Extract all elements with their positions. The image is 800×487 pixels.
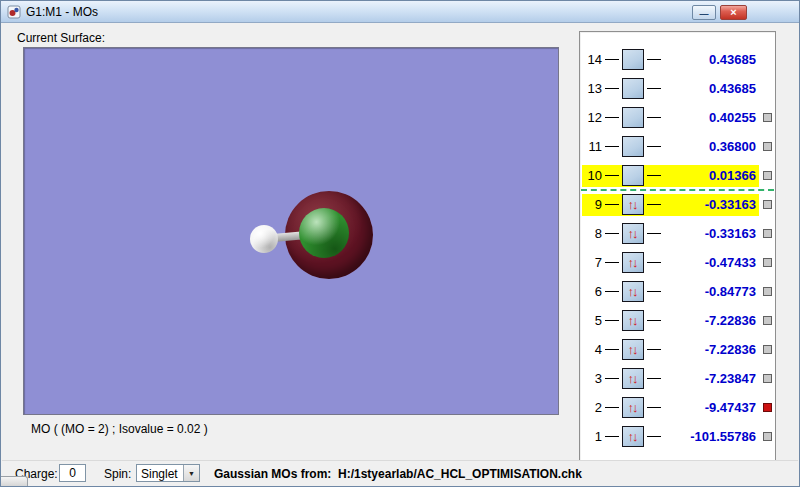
occupied-orbital-box-icon[interactable]: ↑↓ [622,426,644,447]
mo-row-content: 2↑↓-9.47437 [582,397,759,419]
mo-row-14[interactable]: 140.43685 [580,45,775,74]
occupied-orbital-box-icon[interactable]: ↑↓ [622,194,644,215]
electron-pair-arrows-icon: ↑↓ [628,430,637,443]
energy-level-line-left [605,320,619,321]
energy-level-line-right [647,88,661,89]
energy-level-line-right [647,175,661,176]
mo-index-label: 2 [582,400,602,415]
mo-energy-value: -7.23847 [664,371,759,386]
spin-select[interactable]: Singlet ▼ [136,464,200,482]
mo-row-11[interactable]: 110.36800 [580,132,775,161]
mo-select-checkbox[interactable] [763,287,772,296]
energy-level-line-right [647,436,661,437]
mo-row-5[interactable]: 5↑↓-7.22836 [580,306,775,335]
energy-level-line-right [647,146,661,147]
mo-index-label: 10 [582,168,602,183]
occupied-orbital-box-icon[interactable]: ↑↓ [622,223,644,244]
energy-level-line-right [647,320,661,321]
mo-row-content: 5↑↓-7.22836 [582,310,759,332]
mo-select-checkbox[interactable] [763,432,772,441]
mo-select-checkbox[interactable] [763,316,772,325]
mo-row-content-highlighted: 100.01366 [582,165,759,187]
mo-energy-value: -7.22836 [664,342,759,357]
mo-row-13[interactable]: 130.43685 [580,74,775,103]
close-icon: × [730,7,736,18]
mo-select-checkbox[interactable] [763,403,772,412]
mo-row-10[interactable]: 100.01366 [580,161,775,190]
minimize-button[interactable]: — [692,5,716,20]
occupied-orbital-box-icon[interactable]: ↑↓ [622,252,644,273]
mo-row-1[interactable]: 1↑↓-101.55786 [580,422,775,451]
mo-row-12[interactable]: 120.40255 [580,103,775,132]
spin-dropdown-button[interactable]: ▼ [183,465,199,481]
mo-row-content: 4↑↓-7.22836 [582,339,759,361]
energy-level-line-left [605,378,619,379]
energy-level-line-left [605,204,619,205]
mo-energy-value: -0.84773 [664,284,759,299]
mo-row-content: 3↑↓-7.23847 [582,368,759,390]
mo-row-7[interactable]: 7↑↓-0.47433 [580,248,775,277]
electron-pair-arrows-icon: ↑↓ [628,372,637,385]
energy-level-line-left [605,175,619,176]
occupied-orbital-box-icon[interactable]: ↑↓ [622,397,644,418]
mo-row-content: 8↑↓-0.33163 [582,223,759,245]
electron-pair-arrows-icon: ↑↓ [628,401,637,414]
energy-level-line-left [605,407,619,408]
title-bar[interactable]: G1:M1 - MOs — × [1,1,799,23]
mo-row-4[interactable]: 4↑↓-7.22836 [580,335,775,364]
occupied-orbital-box-icon[interactable]: ↑↓ [622,281,644,302]
mo-row-3[interactable]: 3↑↓-7.23847 [580,364,775,393]
charge-input[interactable] [59,464,86,482]
mo-select-checkbox[interactable] [763,345,772,354]
mo-row-content-highlighted: 9↑↓-0.33163 [582,194,759,216]
mos-window: G1:M1 - MOs — × Current Surface: MO ( (M… [0,0,800,487]
mo-index-label: 12 [582,110,602,125]
virtual-orbital-box-icon[interactable] [622,49,644,70]
electron-pair-arrows-icon: ↑↓ [628,198,637,211]
mo-energy-list[interactable]: 140.43685130.43685120.40255110.36800100.… [579,31,776,461]
energy-level-line-right [647,349,661,350]
energy-level-line-left [605,262,619,263]
mo-select-checkbox[interactable] [763,258,772,267]
mo-select-checkbox[interactable] [763,374,772,383]
electron-pair-arrows-icon: ↑↓ [628,314,637,327]
mo-index-label: 14 [582,52,602,67]
mo-select-checkbox[interactable] [763,171,772,180]
virtual-orbital-box-icon[interactable] [622,78,644,99]
virtual-orbital-box-icon[interactable] [622,136,644,157]
close-button[interactable]: × [720,5,747,20]
mo-row-2[interactable]: 2↑↓-9.47437 [580,393,775,422]
mo-select-checkbox[interactable] [763,229,772,238]
mo-energy-value: 0.40255 [664,110,759,125]
mo-index-label: 7 [582,255,602,270]
mo-row-6[interactable]: 6↑↓-0.84773 [580,277,775,306]
occupied-orbital-box-icon[interactable]: ↑↓ [622,310,644,331]
mo-select-checkbox[interactable] [763,200,772,209]
window-title: G1:M1 - MOs [26,5,98,19]
window-icon[interactable] [7,5,21,19]
occupied-orbital-box-icon[interactable]: ↑↓ [622,339,644,360]
energy-level-line-right [647,262,661,263]
spin-label: Spin: [104,467,131,481]
current-surface-label: Current Surface: [17,31,105,45]
mo-energy-value: -0.33163 [664,226,759,241]
molecule-viewport[interactable] [23,47,559,415]
electron-pair-arrows-icon: ↑↓ [628,256,637,269]
surface-caption: MO ( (MO = 2) ; Isovalue = 0.02 ) [31,422,208,436]
mo-rows: 140.43685130.43685120.40255110.36800100.… [580,45,775,451]
window-controls: — × [692,5,747,20]
mo-select-checkbox[interactable] [763,142,772,151]
occupied-orbital-box-icon[interactable]: ↑↓ [622,368,644,389]
mo-index-label: 5 [582,313,602,328]
mo-index-label: 9 [582,197,602,212]
mo-row-content: 1↑↓-101.55786 [582,426,759,448]
mo-select-checkbox[interactable] [763,113,772,122]
mo-row-9[interactable]: 9↑↓-0.33163 [580,190,775,219]
energy-level-line-left [605,436,619,437]
mo-row-8[interactable]: 8↑↓-0.33163 [580,219,775,248]
mo-index-label: 4 [582,342,602,357]
mo-energy-value: 0.01366 [664,168,759,183]
virtual-orbital-box-icon[interactable] [622,107,644,128]
mo-index-label: 11 [582,139,602,154]
virtual-orbital-box-icon[interactable] [622,165,644,186]
